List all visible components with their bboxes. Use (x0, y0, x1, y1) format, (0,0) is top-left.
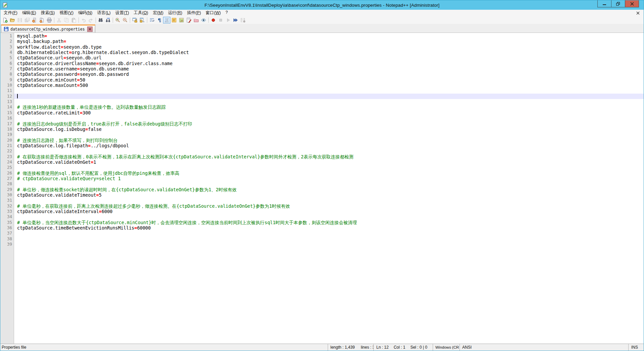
zoom-in-icon[interactable] (114, 17, 121, 23)
editor-line-37[interactable]: 37 (0, 231, 644, 236)
menu-item-m[interactable]: 宏(M) (151, 9, 166, 17)
editor-line-6[interactable]: 6ctpDataSource.driverClassName=seeyon.db… (0, 61, 644, 66)
document-map-icon[interactable] (178, 17, 185, 23)
restore-button[interactable] (611, 0, 625, 7)
editor-line-22[interactable]: 22 (0, 148, 644, 154)
editor-line-29[interactable]: 29# 单位秒，做连接检查socket的读超时时间，在{ctpDataSourc… (0, 187, 644, 192)
editor-line-2[interactable]: 2mysql.backup.path= (0, 39, 644, 44)
editor-line-39[interactable]: 39 (0, 242, 644, 247)
editor-line-20[interactable]: 20# 连接池日志路径，如果不填写，则打印到控制台 (0, 138, 644, 143)
function-list-icon[interactable] (170, 17, 178, 23)
sync-horizontal-scroll-icon[interactable] (139, 17, 146, 23)
print-icon[interactable] (46, 17, 53, 23)
editor-line-32[interactable]: 32# 单位毫秒，在获取连接前，距离上次检测连接超过多少毫秒，做连接检测。在{c… (0, 203, 644, 209)
menu-item-r[interactable]: 运行(R) (166, 9, 184, 17)
editor-line-18[interactable]: 18ctpDataSource.log.isDebug=false (0, 127, 644, 132)
minimize-button[interactable] (597, 0, 611, 7)
code-text: # 做连接检查使用的sql，默认不用配置，使用jdbc自带的ping来检查，效率… (14, 170, 644, 176)
macro-record-icon[interactable] (210, 17, 217, 23)
editor-line-10[interactable]: 10ctpDataSource.maxCount=500 (0, 83, 644, 88)
editor-line-36[interactable]: 36ctpDataSource.timeBetweenEvictionRunsM… (0, 225, 644, 231)
save-icon[interactable] (16, 17, 23, 23)
menu-item-v[interactable]: 视图(V) (57, 9, 76, 17)
code-text: ctpDataSource.url=seeyon.db.url (14, 55, 644, 60)
show-indent-guide-icon[interactable] (163, 17, 170, 23)
editor-line-12[interactable]: 12 (0, 94, 644, 99)
menu-item-e[interactable]: 编辑(E) (20, 9, 39, 17)
editor-line-33[interactable]: 33ctpDataSource.validateInterval=6000 (0, 209, 644, 214)
editor-line-17[interactable]: 17# 连接池日志debug级别是否开启，true表示打开，false表示deb… (0, 121, 644, 127)
editor-line-4[interactable]: 4db.hibernateDialect=org.hibernate.diale… (0, 50, 644, 55)
close-all-icon[interactable] (38, 17, 46, 23)
line-number: 7 (0, 66, 14, 71)
word-wrap-icon[interactable] (148, 17, 156, 23)
editor-line-21[interactable]: 21ctpDataSource.log.filepath=../logs/dbp… (0, 143, 644, 148)
editor-line-27[interactable]: 27# ctpDataSource.validateQuery=select 1 (0, 176, 644, 181)
new-file-icon[interactable] (1, 17, 9, 23)
editor-line-35[interactable]: 35# 单位毫秒，当空闲连接总数大于{ctpDataSource.minCoun… (0, 220, 644, 225)
line-number: 9 (0, 77, 14, 83)
menu-item-l[interactable]: 语言(L) (95, 9, 113, 17)
menu-item-n[interactable]: 编码(N) (76, 9, 95, 17)
save-all-icon[interactable] (23, 17, 31, 23)
tab-close-icon[interactable] (87, 27, 93, 32)
close-document-icon[interactable] (636, 11, 640, 15)
title-bar: F:\SeeyonInstallEnvV8.1\InstallDeploy\ia… (0, 0, 644, 10)
editor-line-3[interactable]: 3workflow.dialect=seeyon.db.type (0, 44, 644, 50)
menu-item-help[interactable]: ? (223, 9, 230, 17)
editor-line-1[interactable]: 1mysql.path= (0, 33, 644, 39)
redo-icon[interactable] (87, 17, 95, 23)
editor-line-5[interactable]: 5ctpDataSource.url=seeyon.db.url (0, 55, 644, 60)
user-defined-language-icon[interactable] (185, 17, 193, 23)
menu-item-s[interactable]: 搜索(S) (39, 9, 57, 17)
macro-run-multiple-icon[interactable] (232, 17, 239, 23)
editor-line-16[interactable]: 16 (0, 115, 644, 121)
menu-item-w[interactable]: 窗口(W) (203, 9, 223, 17)
editor-line-34[interactable]: 34 (0, 214, 644, 219)
close-button[interactable] (625, 0, 639, 7)
editor-line-30[interactable]: 30ctpDataSource.validateTimeout=5 (0, 192, 644, 198)
editor-line-19[interactable]: 19 (0, 132, 644, 137)
editor-line-31[interactable]: 31 (0, 198, 644, 203)
editor-line-25[interactable]: 25 (0, 165, 644, 170)
editor-line-13[interactable]: 13 (0, 99, 644, 104)
editor-line-23[interactable]: 23# 在获取连接前是否做连接检测，0表示不检测，1表示在距离上次检测到本次{c… (0, 154, 644, 159)
sync-vertical-scroll-icon[interactable] (131, 17, 139, 23)
editor-line-24[interactable]: 24ctpDataSource.validateOnGet=1 (0, 159, 644, 165)
copy-icon[interactable] (63, 17, 70, 23)
undo-icon[interactable] (80, 17, 87, 23)
folder-as-workspace-icon[interactable] (193, 17, 200, 23)
editor-line-8[interactable]: 8ctpDataSource.password=seeyon.db.passwo… (0, 71, 644, 77)
status-column: Col : 1 (394, 345, 406, 350)
status-encoding[interactable]: ANSI (460, 344, 628, 351)
macro-save-icon[interactable] (239, 17, 247, 23)
find-icon[interactable] (97, 17, 104, 23)
editor-line-26[interactable]: 26# 做连接检查使用的sql，默认不用配置，使用jdbc自带的ping来检查，… (0, 170, 644, 176)
tab-datasourcectp-windows-properties[interactable]: datasourceCtp_windows.properties (1, 24, 95, 33)
status-eol-format[interactable]: Windows (CR LF) (433, 344, 460, 351)
menu-item-f[interactable]: 文件(F) (1, 9, 20, 17)
macro-play-icon[interactable] (224, 17, 232, 23)
open-file-icon[interactable] (9, 17, 16, 23)
editor-line-38[interactable]: 38 (0, 236, 644, 242)
close-file-icon[interactable] (31, 17, 38, 23)
status-insert-mode[interactable]: INS (628, 344, 644, 351)
editor-line-7[interactable]: 7ctpDataSource.username=seeyon.db.userna… (0, 66, 644, 71)
show-all-characters-icon[interactable] (156, 17, 163, 23)
macro-stop-icon[interactable] (217, 17, 224, 23)
editor-line-28[interactable]: 28 (0, 181, 644, 187)
paste-icon[interactable] (70, 17, 77, 23)
editor-area[interactable]: 1mysql.path=2mysql.backup.path=3workflow… (0, 33, 644, 344)
replace-icon[interactable] (104, 17, 112, 23)
monitoring-icon[interactable] (200, 17, 207, 23)
editor-line-11[interactable]: 11 (0, 88, 644, 93)
cut-icon[interactable] (55, 17, 63, 23)
menu-item-o[interactable]: 工具(O) (131, 9, 151, 17)
menu-item-p[interactable]: 插件(P) (184, 9, 203, 17)
zoom-out-icon[interactable] (121, 17, 129, 23)
editor-line-9[interactable]: 9ctpDataSource.minCount=50 (0, 77, 644, 83)
editor-line-15[interactable]: 15ctpDataSource.rateLimit=300 (0, 110, 644, 115)
notepad-plus-plus-icon[interactable] (2, 2, 8, 8)
menu-item-t[interactable]: 设置(T) (113, 9, 131, 17)
editor-line-14[interactable]: 14# 连接池1秒的新建连接数量，单位是连接个数。达到该数量触发日志跟踪 (0, 104, 644, 110)
